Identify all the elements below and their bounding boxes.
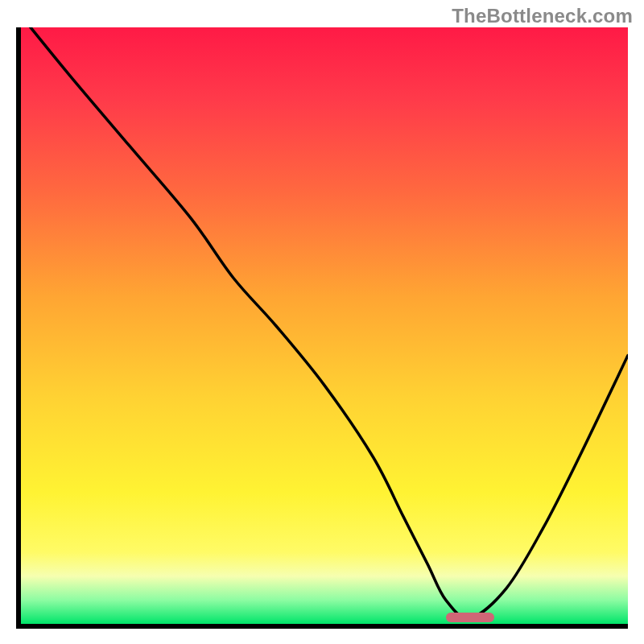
plot-area: [16, 27, 628, 629]
watermark-text: TheBottleneck.com: [452, 5, 633, 27]
bottleneck-curve: [21, 27, 628, 618]
chart-frame: TheBottleneck.com: [0, 0, 644, 644]
optimal-range-marker: [446, 613, 494, 622]
curve-svg: [21, 27, 628, 624]
